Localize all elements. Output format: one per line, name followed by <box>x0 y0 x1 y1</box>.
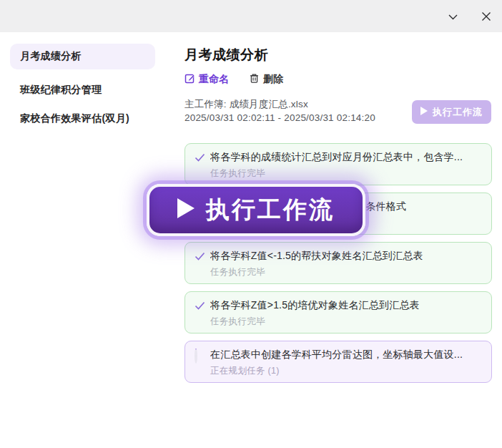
check-icon <box>195 152 205 165</box>
task-text: 将各学科Z值<-1.5的帮扶对象姓名汇总到汇总表 <box>210 250 423 263</box>
edit-pencil-icon <box>184 73 195 86</box>
check-icon <box>195 251 205 264</box>
task-status: 正在规划任务 (1) <box>210 365 482 377</box>
close-window-button[interactable] <box>476 6 496 26</box>
play-icon <box>177 197 195 224</box>
run-workflow-button[interactable]: 执行工作流 <box>412 100 491 124</box>
delete-button[interactable]: 删除 <box>249 73 283 86</box>
collapse-window-button[interactable] <box>443 6 463 26</box>
sidebar-item-label: 家校合作效果评估(双月) <box>20 112 129 125</box>
task-card[interactable]: 将各学科Z值>1.5的培优对象姓名汇总到汇总表 任务执行完毕 <box>184 291 492 333</box>
task-text: 将各学科的成绩统计汇总到对应月份汇总表中，包含学... <box>210 151 463 164</box>
run-workflow-label: 执行工作流 <box>433 106 483 119</box>
task-text: 在汇总表中创建各学科平均分雷达图，坐标轴最大值设... <box>210 349 463 361</box>
rename-label: 重命名 <box>199 73 229 86</box>
chevron-down-icon <box>447 11 459 23</box>
task-status: 任务执行完毕 <box>210 316 482 328</box>
sidebar-item-monthly-score-analysis[interactable]: 月考成绩分析 <box>10 44 155 69</box>
title-action-bar: 重命名 删除 <box>184 73 283 86</box>
delete-label: 删除 <box>263 73 283 86</box>
run-workflow-overlay-label: 执行工作流 <box>206 194 335 226</box>
loading-spinner-icon <box>195 350 205 363</box>
sidebar-item-label: 班级纪律积分管理 <box>20 84 102 97</box>
task-status: 任务执行完毕 <box>210 167 482 180</box>
task-list: 将各学科的成绩统计汇总到对应月份汇总表中，包含学... 任务执行完毕 置条件格式… <box>184 143 492 390</box>
check-icon <box>195 301 205 313</box>
sidebar-item-label: 月考成绩分析 <box>20 50 82 63</box>
sidebar-item-class-discipline-points[interactable]: 班级纪律积分管理 <box>10 77 155 103</box>
sidebar-item-home-school-evaluation[interactable]: 家校合作效果评估(双月) <box>10 106 155 132</box>
task-status: 任务执行完毕 <box>210 266 482 278</box>
task-card[interactable]: 将各学科Z值<-1.5的帮扶对象姓名汇总到汇总表 任务执行完毕 <box>184 242 492 284</box>
run-workflow-overlay-button[interactable]: 执行工作流 <box>147 184 365 236</box>
time-range: 2025/03/31 02:02:11 - 2025/03/31 02:14:2… <box>184 112 375 123</box>
window-titlebar <box>0 0 502 32</box>
workbook-info: 主工作簿: 成绩月度汇总.xlsx <box>184 98 308 111</box>
trash-icon <box>249 73 260 86</box>
task-card[interactable]: 在汇总表中创建各学科平均分雷达图，坐标轴最大值设... 正在规划任务 (1) <box>184 341 492 383</box>
page-title: 月考成绩分析 <box>184 46 268 64</box>
play-icon <box>420 107 428 117</box>
task-text: 将各学科Z值>1.5的培优对象姓名汇总到汇总表 <box>210 299 420 312</box>
close-icon <box>481 11 492 22</box>
rename-button[interactable]: 重命名 <box>184 73 229 86</box>
task-card[interactable]: 将各学科的成绩统计汇总到对应月份汇总表中，包含学... 任务执行完毕 <box>184 143 492 185</box>
